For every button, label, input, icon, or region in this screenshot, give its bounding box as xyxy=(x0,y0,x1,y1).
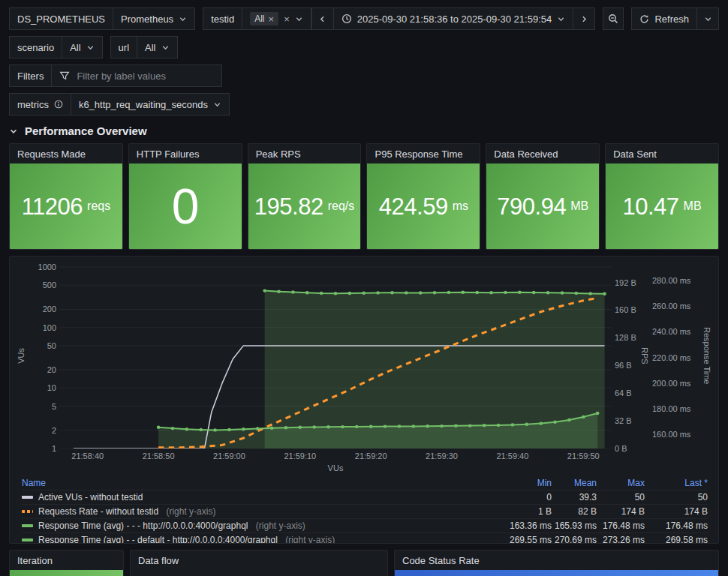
legend-series-name[interactable]: Response Time (avg) - - default - http:/… xyxy=(22,535,483,544)
legend-header: NameMinMeanMaxLast * xyxy=(22,476,708,490)
testid-value-dropdown[interactable]: All × × xyxy=(242,8,311,30)
adhoc-filters: Filters xyxy=(9,64,222,87)
metrics-label: metrics xyxy=(17,99,49,110)
refresh-interval-dropdown[interactable] xyxy=(696,8,719,30)
stat-panel-1: HTTP Failures0 xyxy=(128,143,242,250)
series-point xyxy=(588,292,592,295)
refresh-button[interactable]: Refresh xyxy=(631,8,697,30)
datasource-label: DS_PROMETHEUS xyxy=(9,8,113,30)
legend-max-value: 273.26 ms xyxy=(597,535,645,544)
stat-panel-2: Peak RPS195.82req/s xyxy=(248,143,362,250)
scenario-picker: scenario All xyxy=(9,36,103,58)
time-shift-forward-button[interactable] xyxy=(573,8,595,30)
axis-tick-label: 5 xyxy=(52,402,56,410)
series-point xyxy=(334,292,338,295)
series-point xyxy=(447,291,451,294)
filters-input[interactable] xyxy=(75,70,214,82)
y-axis-title-response-time: Response Time xyxy=(702,262,711,448)
legend-series-name[interactable]: Requests Rate - without testid (right y-… xyxy=(22,506,483,517)
legend-swatch xyxy=(22,496,33,499)
axis-tick-label: 21:59:20 xyxy=(355,452,387,461)
legend-swatch xyxy=(22,510,33,513)
legend-mean-value: 270.69 ms xyxy=(552,535,597,544)
zoom-out-button[interactable] xyxy=(603,8,624,30)
datasource-picker: DS_PROMETHEUS Prometheus xyxy=(9,8,195,30)
series-point xyxy=(341,425,344,428)
legend-sort-name[interactable]: Name xyxy=(22,478,483,488)
chip-remove-icon[interactable]: × xyxy=(269,14,275,24)
series-point xyxy=(561,291,564,294)
testid-selected-chip[interactable]: All × xyxy=(250,12,278,26)
chevron-down-icon xyxy=(179,15,187,23)
legend-series-name[interactable]: Response Time (avg) - - - http://0.0.0.0… xyxy=(22,520,483,531)
stat-unit: MB xyxy=(684,200,702,213)
stat-panel-title: Peak RPS xyxy=(248,144,361,164)
series-point xyxy=(596,412,600,415)
section-header-performance-overview[interactable]: Performance Overview xyxy=(9,124,719,137)
series-axis-note: (right y-axis) xyxy=(253,520,305,531)
datasource-value-text: Prometheus xyxy=(121,14,173,25)
series-point xyxy=(454,424,458,428)
legend-sort-min[interactable]: Min xyxy=(483,478,552,488)
legend-sort-last[interactable]: Last * xyxy=(645,478,708,488)
axis-tick-label: 21:59:00 xyxy=(213,452,245,461)
stat-value-area: 10.47MB xyxy=(606,164,718,249)
legend-min-value: 1 B xyxy=(483,506,552,517)
clear-selection-icon[interactable]: × xyxy=(284,14,290,24)
legend-series-name[interactable]: Active VUs - without testid xyxy=(22,492,483,502)
legend-row-1: Requests Rate - without testid (right y-… xyxy=(22,504,708,518)
time-range-picker[interactable]: 2025-09-30 21:58:36 to 2025-09-30 21:59:… xyxy=(333,8,574,30)
datasource-value-dropdown[interactable]: Prometheus xyxy=(113,8,195,30)
series-point xyxy=(277,290,281,293)
axis-tick-label: 500 xyxy=(43,281,56,290)
collapse-chevron-icon xyxy=(9,127,18,136)
clock-icon xyxy=(341,14,352,24)
axis-tick-label: 160 B xyxy=(615,306,636,314)
timeseries-svg xyxy=(59,262,612,448)
legend-sort-mean[interactable]: Mean xyxy=(552,478,597,488)
time-controls: 2025-09-30 21:58:36 to 2025-09-30 21:59:… xyxy=(311,8,596,30)
testid-chip-text: All xyxy=(254,14,264,24)
series-point xyxy=(384,424,387,428)
scenario-value-dropdown[interactable]: All xyxy=(62,36,102,58)
series-point xyxy=(263,289,266,292)
submenu-row-1: DS_PROMETHEUS Prometheus testid All × × xyxy=(9,8,719,30)
axis-tick-label: 1000 xyxy=(38,263,56,272)
series-point xyxy=(546,291,550,294)
axis-tick-label: 21:59:50 xyxy=(567,452,600,461)
chevron-left-icon xyxy=(318,15,326,23)
series-point xyxy=(227,428,231,431)
testid-label: testid xyxy=(203,8,242,30)
series-point xyxy=(539,422,543,424)
legend-last-value: 50 xyxy=(645,492,708,502)
chevron-down-icon xyxy=(704,15,712,23)
axis-tick-label: 64 B xyxy=(615,389,632,398)
legend-sort-max[interactable]: Max xyxy=(597,478,645,488)
chevron-right-icon xyxy=(580,15,588,23)
axis-tick-label: 280.00 ms xyxy=(652,276,690,284)
series-point xyxy=(376,291,380,294)
series-point xyxy=(468,424,472,427)
search-minus-icon xyxy=(608,14,618,24)
axis-tick-label: 160.00 ms xyxy=(652,430,690,439)
legend-row-2: Response Time (avg) - - - http://0.0.0.0… xyxy=(22,518,708,532)
axis-tick-label: 32 B xyxy=(615,417,632,425)
axis-tick-label: 21:58:50 xyxy=(143,452,175,461)
y-axis-title-rps: RPS xyxy=(639,262,649,448)
legend-last-value: 174 B xyxy=(645,506,708,517)
plot-area[interactable] xyxy=(59,262,612,448)
series-point xyxy=(532,291,536,294)
metrics-value-dropdown[interactable]: k6_http_req_waiting_seconds xyxy=(71,93,230,116)
bottom-panel-code-status-rate: Code Status Rate xyxy=(394,550,719,576)
panel-title: Iteration xyxy=(10,550,123,570)
x-axis-title: VUs xyxy=(59,464,612,472)
chevron-down-icon xyxy=(161,44,170,52)
series-point xyxy=(355,425,359,428)
time-shift-back-button[interactable] xyxy=(311,8,334,30)
series-point xyxy=(199,428,203,431)
stat-unit: ms xyxy=(453,200,468,213)
series-point xyxy=(518,291,522,294)
url-value-dropdown[interactable]: All xyxy=(137,36,177,58)
chevron-down-icon xyxy=(213,100,221,109)
timeseries-panel: VUs 1251020501002005001000 0 B32 B64 B96… xyxy=(9,256,719,544)
